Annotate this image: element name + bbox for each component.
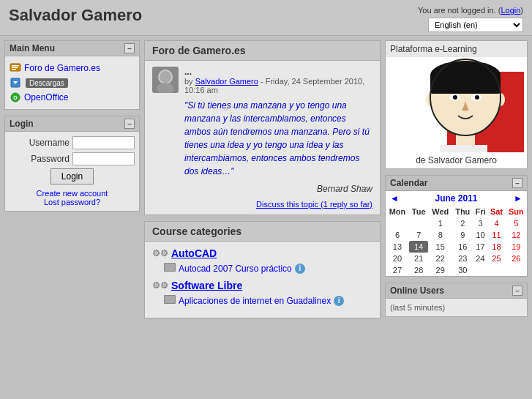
- create-account-link[interactable]: Create new account: [10, 189, 135, 198]
- calendar-day[interactable]: 23: [452, 253, 473, 264]
- calendar-label: Calendar: [390, 178, 427, 188]
- calendar-day[interactable]: 5: [506, 217, 527, 229]
- category-autocad-link[interactable]: AutoCAD: [171, 247, 217, 259]
- main-menu-label: Main Menu: [10, 43, 55, 53]
- svg-rect-3: [12, 69, 16, 70]
- calendar-day[interactable]: 27: [386, 264, 409, 276]
- calendar-prev[interactable]: ◄: [390, 193, 399, 204]
- openoffice-icon: O: [10, 92, 21, 103]
- category-autocad-title: ⚙⚙ AutoCAD: [152, 247, 372, 259]
- main-layout: Main Menu – Foro de Gamero.es: [0, 36, 532, 323]
- calendar-month-row: ◄ June 2011 ►: [386, 191, 527, 206]
- course-guadalinex-item: Aplicaciones de internet en Guadalinex i: [152, 294, 372, 307]
- calendar-day[interactable]: 20: [386, 253, 409, 264]
- course-guadalinex-link[interactable]: Aplicaciones de internet en Guadalinex: [179, 296, 331, 306]
- calendar-week: 27282930: [386, 264, 527, 276]
- calendar-day[interactable]: 29: [428, 264, 452, 276]
- calendar-header: Calendar –: [386, 176, 527, 191]
- avatar-image: [152, 67, 179, 93]
- forum-discuss: Discuss this topic (1 reply so far): [184, 200, 372, 209]
- forum-post: ... by Salvador Gamero - Friday, 24 Sept…: [152, 67, 372, 209]
- foro-link[interactable]: Foro de Gamero.es: [24, 63, 100, 73]
- online-users-header: Online Users –: [386, 283, 527, 299]
- calendar-day[interactable]: 19: [506, 241, 527, 253]
- foro-icon: [10, 62, 21, 74]
- descargas-badge: Descargas: [26, 78, 68, 88]
- main-menu-toggle[interactable]: –: [124, 43, 135, 53]
- forum-post-content: ... by Salvador Gamero - Friday, 24 Sept…: [184, 67, 372, 209]
- login-panel-toggle[interactable]: –: [124, 119, 135, 129]
- online-users-panel: Online Users – (last 5 minutes): [385, 283, 528, 317]
- main-menu-body: Foro de Gamero.es Descargas: [5, 56, 139, 109]
- calendar-day: [487, 264, 505, 276]
- calendar-day[interactable]: 10: [473, 229, 488, 241]
- online-users-body: (last 5 minutes): [386, 299, 527, 316]
- calendar-day[interactable]: 28: [409, 264, 429, 276]
- right-sidebar: Plataforma e-Learning: [385, 40, 528, 318]
- calendar-day[interactable]: 14: [409, 241, 429, 253]
- calendar-day[interactable]: 18: [487, 241, 505, 253]
- post-author-link[interactable]: Salvador Gamero: [195, 77, 258, 86]
- calendar-day[interactable]: 17: [473, 241, 488, 253]
- elearning-image: [386, 57, 527, 152]
- calendar-day[interactable]: 21: [409, 253, 429, 264]
- autocad-info-icon[interactable]: i: [295, 264, 305, 274]
- course-book-icon: [164, 263, 176, 274]
- calendar-day[interactable]: 4: [487, 217, 505, 229]
- calendar-day: [409, 217, 429, 229]
- left-sidebar: Main Menu – Foro de Gamero.es: [4, 40, 140, 318]
- password-input[interactable]: [72, 152, 135, 165]
- category-softwarelibre-title: ⚙⚙ Software Libre: [152, 280, 372, 291]
- calendar-day[interactable]: 2: [452, 217, 473, 229]
- guadalinex-info-icon[interactable]: i: [334, 296, 344, 306]
- svg-rect-14: [165, 296, 175, 303]
- calendar-day[interactable]: 25: [487, 253, 505, 264]
- login-link[interactable]: Login: [501, 6, 520, 15]
- category-softwarelibre-link[interactable]: Software Libre: [171, 280, 242, 291]
- calendar-day[interactable]: 24: [473, 253, 488, 264]
- online-users-toggle[interactable]: –: [512, 286, 522, 296]
- calendar-day[interactable]: 13: [386, 241, 409, 253]
- login-links: Create new account Lost password?: [10, 189, 135, 206]
- calendar-day[interactable]: 8: [428, 229, 452, 241]
- calendar-day[interactable]: 6: [386, 229, 409, 241]
- calendar-day[interactable]: 12: [506, 229, 527, 241]
- login-status: You are not logged in. (Login): [418, 6, 523, 15]
- language-select[interactable]: English (en) Español (es): [428, 18, 523, 32]
- svg-rect-2: [12, 67, 18, 69]
- login-button[interactable]: Login: [50, 168, 94, 184]
- calendar-day[interactable]: 9: [452, 229, 473, 241]
- calendar-body: 1234567891011121314151617181920212223242…: [386, 217, 527, 276]
- login-panel-body: Username Password Login Create new accou…: [5, 132, 139, 211]
- cal-sun: Sun: [506, 206, 527, 217]
- calendar-day[interactable]: 15: [428, 241, 452, 253]
- category-sl-icon: ⚙⚙: [152, 280, 168, 291]
- elearning-panel: Plataforma e-Learning: [385, 40, 528, 169]
- calendar-day[interactable]: 3: [473, 217, 488, 229]
- course-panel: Course categories ⚙⚙ AutoCAD: [144, 221, 381, 318]
- elearning-footer: de Salvador Gamero: [386, 152, 527, 168]
- forum-panel: Foro de Gamero.es ... by Salvador Gamero: [144, 40, 381, 215]
- login-panel-label: Login: [10, 119, 34, 129]
- openoffice-link[interactable]: OpenOffice: [24, 92, 68, 102]
- calendar-day[interactable]: 16: [452, 241, 473, 253]
- username-input[interactable]: [72, 136, 135, 149]
- header-right: You are not logged in. (Login) English (…: [418, 6, 523, 32]
- category-autocad: ⚙⚙ AutoCAD Autocad 2007 Curso práctico i: [152, 247, 372, 275]
- calendar-day[interactable]: 11: [487, 229, 505, 241]
- calendar-day[interactable]: 30: [452, 264, 473, 276]
- calendar-day[interactable]: 7: [409, 229, 429, 241]
- calendar-week: 13141516171819: [386, 241, 527, 253]
- discuss-link[interactable]: Discuss this topic (1 reply so far): [256, 200, 372, 209]
- calendar-day[interactable]: 26: [506, 253, 527, 264]
- lost-password-link[interactable]: Lost password?: [10, 198, 135, 206]
- calendar-day[interactable]: 1: [428, 217, 452, 229]
- elearning-header: Plataforma e-Learning: [386, 41, 527, 57]
- descargas-icon: [10, 77, 21, 89]
- calendar-day[interactable]: 22: [428, 253, 452, 264]
- forum-post-meta: by Salvador Gamero - Friday, 24 Septembe…: [184, 77, 372, 94]
- center-content: Foro de Gamero.es ... by Salvador Gamero: [144, 40, 381, 318]
- course-autocad-link[interactable]: Autocad 2007 Curso práctico: [179, 264, 292, 274]
- calendar-toggle[interactable]: –: [512, 178, 522, 188]
- calendar-next[interactable]: ►: [514, 193, 522, 204]
